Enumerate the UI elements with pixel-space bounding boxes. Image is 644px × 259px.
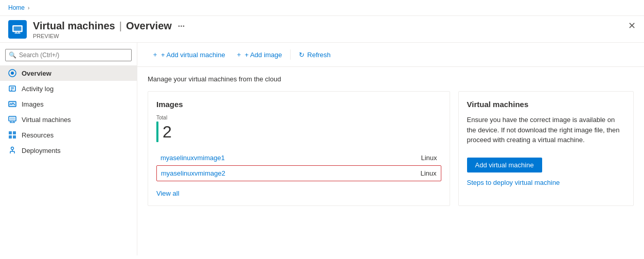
sidebar-label-overview: Overview bbox=[22, 70, 51, 77]
manage-text: Manage your virtual machines from the cl… bbox=[148, 75, 634, 83]
svg-rect-20 bbox=[9, 131, 12, 134]
vm-description: Ensure you have the correct image is ava… bbox=[467, 115, 625, 145]
add-vm-label: + Add virtual machine bbox=[161, 51, 225, 59]
svg-rect-21 bbox=[13, 131, 16, 134]
header-text: Virtual machines | Overview ··· PREVIEW bbox=[33, 20, 628, 39]
images-card-title: Images bbox=[156, 100, 441, 109]
refresh-icon: ↻ bbox=[299, 51, 305, 59]
total-count: 2 bbox=[163, 124, 172, 140]
sidebar-item-resources[interactable]: Resources bbox=[0, 127, 137, 143]
sidebar-item-images[interactable]: Images bbox=[0, 96, 137, 112]
svg-rect-23 bbox=[13, 135, 16, 139]
search-box: 🔍 bbox=[5, 49, 132, 61]
total-label: Total bbox=[156, 115, 167, 120]
content-body: Manage your virtual machines from the cl… bbox=[137, 67, 644, 214]
sidebar-label-images: Images bbox=[22, 100, 44, 108]
total-count-row: Total 2 bbox=[156, 115, 441, 142]
title-vm: Virtual machines bbox=[33, 20, 115, 32]
search-input[interactable] bbox=[5, 49, 132, 61]
image-row-2[interactable]: myaselinuxvmimage2 Linux bbox=[156, 165, 441, 181]
activity-log-icon bbox=[8, 84, 16, 93]
add-image-button[interactable]: ＋ + Add image bbox=[231, 48, 287, 61]
add-image-label: + Add image bbox=[245, 51, 282, 59]
svg-point-8 bbox=[11, 72, 14, 75]
deployments-icon bbox=[8, 146, 16, 154]
images-card: Images Total 2 myaselinuxvmimage1 bbox=[148, 91, 450, 206]
virtual-machines-icon bbox=[8, 115, 16, 124]
title-overview: Overview bbox=[126, 20, 172, 32]
resources-icon bbox=[8, 131, 16, 139]
content-area: ＋ + Add virtual machine ＋ + Add image ↻ … bbox=[137, 43, 644, 255]
image-type-1: Linux bbox=[421, 154, 437, 162]
preview-label: PREVIEW bbox=[33, 33, 628, 39]
sidebar-item-activity-log[interactable]: Activity log bbox=[0, 81, 137, 96]
image-name-2: myaselinuxvmimage2 bbox=[161, 169, 412, 177]
refresh-label: Refresh bbox=[307, 51, 331, 59]
image-row-1[interactable]: myaselinuxvmimage1 Linux bbox=[156, 150, 441, 165]
toolbar: ＋ + Add virtual machine ＋ + Add image ↻ … bbox=[137, 43, 644, 67]
images-icon bbox=[8, 100, 16, 108]
vm-icon bbox=[12, 24, 23, 35]
svg-rect-22 bbox=[9, 135, 12, 139]
page-icon bbox=[8, 20, 27, 39]
vm-card: Virtual machines Ensure you have the cor… bbox=[458, 91, 634, 206]
add-vm-icon: ＋ bbox=[152, 50, 158, 59]
sidebar-label-deployments: Deployments bbox=[22, 147, 61, 154]
overview-icon bbox=[8, 69, 16, 77]
image-list: myaselinuxvmimage1 Linux myaselinuxvmima… bbox=[156, 150, 441, 181]
sidebar-label-activity-log: Activity log bbox=[22, 85, 53, 93]
add-virtual-machine-button[interactable]: ＋ + Add virtual machine bbox=[148, 48, 229, 61]
page-header: Virtual machines | Overview ··· PREVIEW … bbox=[0, 16, 644, 43]
sidebar-label-resources: Resources bbox=[22, 131, 53, 139]
sidebar-item-virtual-machines[interactable]: Virtual machines bbox=[0, 112, 137, 127]
more-options-icon[interactable]: ··· bbox=[178, 22, 185, 31]
image-name-1: myaselinuxvmimage1 bbox=[160, 154, 413, 162]
sidebar: 🔍 Overview Activity log Images V bbox=[0, 43, 137, 255]
svg-point-24 bbox=[11, 147, 14, 150]
svg-rect-3 bbox=[14, 27, 22, 31]
page-title: Virtual machines | Overview ··· bbox=[33, 20, 628, 32]
svg-rect-16 bbox=[10, 117, 15, 120]
close-button[interactable]: ✕ bbox=[628, 20, 636, 31]
sidebar-label-virtual-machines: Virtual machines bbox=[22, 116, 71, 124]
vm-card-title: Virtual machines bbox=[467, 100, 625, 109]
breadcrumb-separator: › bbox=[28, 5, 29, 11]
sidebar-item-overview[interactable]: Overview bbox=[0, 65, 137, 81]
sidebar-item-deployments[interactable]: Deployments bbox=[0, 143, 137, 158]
refresh-button[interactable]: ↻ Refresh bbox=[295, 49, 335, 61]
image-type-2: Linux bbox=[420, 169, 436, 177]
steps-link[interactable]: Steps to deploy virtual machine bbox=[467, 179, 560, 186]
breadcrumb-home[interactable]: Home bbox=[8, 4, 25, 11]
main-layout: 🔍 Overview Activity log Images V bbox=[0, 43, 644, 255]
cards-row: Images Total 2 myaselinuxvmimage1 bbox=[148, 91, 634, 206]
add-image-icon: ＋ bbox=[236, 50, 242, 59]
add-vm-card-button[interactable]: Add virtual machine bbox=[467, 158, 542, 172]
view-all-link[interactable]: View all bbox=[156, 189, 180, 197]
search-icon: 🔍 bbox=[9, 51, 16, 59]
breadcrumb-bar: Home › bbox=[0, 0, 644, 16]
breadcrumb: Home › bbox=[8, 4, 29, 11]
accent-bar bbox=[156, 122, 158, 142]
toolbar-separator bbox=[290, 49, 291, 60]
